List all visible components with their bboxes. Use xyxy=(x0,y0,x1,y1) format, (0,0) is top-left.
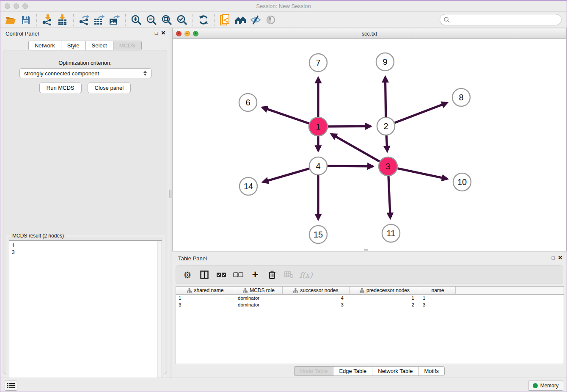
clone-network-button[interactable] xyxy=(217,13,233,27)
import-network-icon xyxy=(42,14,52,25)
search-box xyxy=(440,14,561,25)
float-panel-icon[interactable]: □ xyxy=(552,255,555,261)
zoom-fit-icon xyxy=(161,14,172,25)
save-floppy-icon xyxy=(21,15,30,25)
export-network-icon xyxy=(79,14,90,25)
edge-2-8[interactable] xyxy=(395,103,447,123)
control-panel-header: Control Panel □ × xyxy=(0,28,170,39)
zoom-fit-button[interactable] xyxy=(159,13,174,27)
network-window-titlebar[interactable]: × − + scc.txt xyxy=(173,28,566,39)
node-label-1: 1 xyxy=(316,122,320,131)
function-builder-button[interactable]: f(x) xyxy=(299,268,313,282)
zoom-in-button[interactable] xyxy=(129,13,144,27)
edge-4-14[interactable] xyxy=(263,168,309,182)
network-canvas[interactable]: 1234678910111415 xyxy=(173,39,566,251)
mcds-result-group: MCDS result (2 nodes) 1 3 xyxy=(7,236,164,392)
header-filler xyxy=(456,287,564,295)
optimization-criterion-select[interactable]: strongly connected component xyxy=(19,68,151,78)
delete-column-button[interactable] xyxy=(265,268,279,282)
edge-3-1[interactable] xyxy=(331,134,380,162)
tab-network-table[interactable]: Network Table xyxy=(372,366,418,376)
memory-button[interactable]: Memory xyxy=(528,381,563,391)
node-label-7: 7 xyxy=(316,58,320,67)
network-window-title: scc.txt xyxy=(173,30,566,37)
table-cell: dominator xyxy=(235,301,283,308)
apply-layout-button[interactable] xyxy=(196,13,211,27)
export-table-button[interactable] xyxy=(92,13,107,27)
column-header-predecessor-nodes[interactable]: predecessor nodes xyxy=(350,287,420,295)
close-panel-button[interactable]: Close panel xyxy=(88,83,131,93)
hide-details-button[interactable] xyxy=(248,13,263,27)
checked-boxes-icon xyxy=(216,272,226,277)
show-details-button[interactable] xyxy=(263,13,278,27)
column-header-name[interactable]: name xyxy=(420,287,456,295)
table-row[interactable]: 3dominator323 xyxy=(176,301,564,308)
export-image-button[interactable] xyxy=(107,13,122,27)
trash-icon xyxy=(268,270,276,279)
mcds-result-text[interactable]: 1 3 xyxy=(9,240,162,392)
node-label-6: 6 xyxy=(245,98,250,107)
select-stepper-icon xyxy=(143,71,147,76)
result-scrollbar[interactable] xyxy=(157,241,162,392)
edge-2-3[interactable] xyxy=(386,135,387,151)
mcds-result-title: MCDS result (2 nodes) xyxy=(11,233,66,239)
tab-node-table[interactable]: Node Table xyxy=(294,366,333,376)
select-all-columns-button[interactable] xyxy=(214,268,228,282)
zoom-in-icon xyxy=(131,14,142,25)
tab-motifs[interactable]: Motifs xyxy=(418,366,445,376)
float-panel-icon[interactable]: □ xyxy=(155,30,158,36)
column-header-successor-nodes[interactable]: successor nodes xyxy=(283,287,350,295)
zoom-out-button[interactable] xyxy=(144,13,159,27)
import-network-button[interactable] xyxy=(40,13,55,27)
tab-mcds[interactable]: MCDS xyxy=(113,41,142,50)
hierarchy-icon xyxy=(360,288,364,293)
plus-icon: + xyxy=(252,269,258,280)
edge-1-2[interactable] xyxy=(328,126,371,127)
edge-3-11[interactable] xyxy=(388,176,390,218)
edge-3-10[interactable] xyxy=(397,168,447,179)
status-bar: Memory xyxy=(0,378,567,392)
fx-icon: f(x) xyxy=(300,271,313,279)
column-header-shared-name[interactable]: shared name xyxy=(176,287,235,295)
tab-edge-table[interactable]: Edge Table xyxy=(333,366,372,376)
create-column-button[interactable]: + xyxy=(248,268,262,282)
table-row[interactable]: 1dominator411 xyxy=(176,295,564,301)
table-panel: Table Panel □ × ⚙ + f(x) shared nameMCDS… xyxy=(172,253,567,378)
edge-4-3[interactable] xyxy=(328,166,373,166)
memory-label: Memory xyxy=(540,383,559,389)
edge-2-9[interactable] xyxy=(385,77,385,117)
delete-table-button[interactable] xyxy=(282,268,296,282)
control-panel-tabs: NetworkStyleSelectMCDS xyxy=(0,41,170,50)
show-columns-button[interactable] xyxy=(197,268,212,282)
column-header-mcds-role[interactable]: MCDS role xyxy=(235,287,283,295)
cybrowser-home-button[interactable] xyxy=(233,13,248,27)
column-label: shared name xyxy=(194,287,223,293)
node-label-10: 10 xyxy=(457,177,467,187)
panel-splitter-grip[interactable] xyxy=(169,190,173,198)
close-panel-icon[interactable]: × xyxy=(161,29,165,36)
node-label-9: 9 xyxy=(383,57,387,66)
open-session-button[interactable] xyxy=(3,13,18,27)
tab-style[interactable]: Style xyxy=(61,41,85,50)
run-mcds-button[interactable]: Run MCDS xyxy=(39,83,82,93)
export-image-icon xyxy=(109,14,120,25)
table-toolbar: ⚙ + f(x) xyxy=(176,265,563,284)
task-history-button[interactable] xyxy=(5,381,17,391)
tab-select[interactable]: Select xyxy=(85,41,113,50)
table-settings-button[interactable]: ⚙ xyxy=(180,268,195,282)
deselect-all-columns-button[interactable] xyxy=(231,268,245,282)
import-table-button[interactable] xyxy=(55,13,70,27)
table-cell: 2 xyxy=(350,301,420,308)
save-session-button[interactable] xyxy=(18,13,33,27)
table-tabs: Node TableEdge TableNetwork TableMotifs xyxy=(172,366,567,376)
edge-1-6[interactable] xyxy=(262,108,309,124)
export-network-button[interactable] xyxy=(77,13,92,27)
zoom-selected-button[interactable] xyxy=(174,13,190,27)
optimization-criterion-value: strongly connected component xyxy=(24,70,99,77)
table-cell: 1 xyxy=(420,295,456,301)
main-toolbar xyxy=(0,12,567,28)
close-panel-icon[interactable]: × xyxy=(558,254,562,261)
search-input[interactable] xyxy=(450,17,552,23)
canvas-splitter-grip[interactable] xyxy=(364,249,368,251)
tab-network[interactable]: Network xyxy=(28,41,61,50)
